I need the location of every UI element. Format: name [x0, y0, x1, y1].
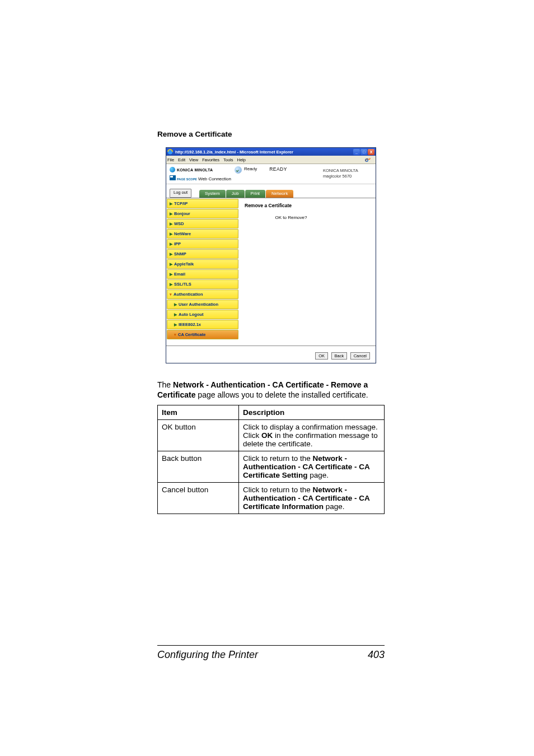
menu-edit[interactable]: Edit [178, 157, 185, 162]
nav-tcpip[interactable]: ▶TCP/IP [167, 199, 238, 208]
nav-label: AppleTalk [174, 262, 194, 267]
ok-button[interactable]: OK [315, 352, 328, 360]
nav-ca-certificate[interactable]: ▾CA Certificate [167, 330, 238, 339]
txt: Click to return to the [243, 486, 313, 494]
table-row: OK button Click to display a confirmatio… [158, 419, 385, 451]
table-row: Back button Click to return to the Netwo… [158, 451, 385, 482]
arrow-icon: ▶ [170, 212, 172, 216]
confirm-message: OK to Remove? [245, 215, 371, 220]
arrow-icon: ▶ [170, 232, 172, 236]
nav-label: User Authentication [179, 302, 218, 307]
nav-label: IPP [174, 241, 181, 246]
nav-label: NetWare [174, 231, 191, 236]
back-button[interactable]: Back [331, 352, 348, 360]
nav-label: TCP/IP [174, 201, 188, 206]
cell-item: OK button [158, 419, 239, 451]
cancel-button[interactable]: Cancel [350, 352, 370, 360]
ie-logo-icon [364, 156, 372, 163]
nav-netware[interactable]: ▶NetWare [167, 229, 238, 239]
main-tabs: System Job Print Network [199, 190, 294, 198]
nav-user-authentication[interactable]: ▶User Authentication [167, 300, 238, 309]
browser-window: http://192.168.1.2/a_index.html - Micros… [166, 147, 376, 363]
txt: page. [308, 471, 329, 479]
cell-desc: Click to display a confirmation message.… [239, 419, 385, 451]
nav-authentication[interactable]: ▾Authentication [167, 290, 238, 299]
ie-icon [167, 149, 173, 155]
cell-item: Cancel button [158, 482, 239, 514]
txt-bold: OK [261, 431, 273, 440]
window-titlebar: http://192.168.1.2/a_index.html - Micros… [166, 148, 376, 156]
nav-label: Email [174, 272, 185, 277]
nav-label: CA Certificate [178, 332, 205, 337]
arrow-icon: ▶ [174, 323, 177, 327]
nav-label: Authentication [174, 292, 203, 297]
window-title: http://192.168.1.2/a_index.html - Micros… [175, 150, 353, 155]
table-header-row: Item Description [158, 405, 385, 419]
printer-ready-icon [235, 166, 242, 174]
table-row: Cancel button Click to return to the Net… [158, 482, 385, 514]
tab-print[interactable]: Print [245, 190, 265, 198]
arrow-down-icon: ▾ [170, 292, 172, 297]
window-minimize-button[interactable]: _ [353, 149, 360, 155]
arrow-icon: ▶ [170, 262, 172, 267]
nav-label: WSD [174, 221, 184, 226]
arrow-icon: ▶ [170, 222, 172, 226]
content-pane: Remove a Certificate OK to Remove? [239, 198, 376, 346]
tab-system[interactable]: System [199, 190, 226, 198]
nav-auto-logout[interactable]: ▶Auto Logout [167, 310, 238, 319]
para-pre: The [157, 380, 173, 389]
arrow-icon: ▶ [170, 242, 172, 246]
nav-label: Bonjour [174, 211, 190, 216]
description-table: Item Description OK button Click to disp… [157, 405, 385, 514]
content-title: Remove a Certificate [245, 203, 371, 208]
printer-status: READY [269, 166, 287, 172]
page-footer: Configuring the Printer 403 [157, 645, 385, 661]
nav-wsd[interactable]: ▶WSD [167, 219, 238, 228]
col-description: Description [239, 405, 385, 419]
tab-job[interactable]: Job [226, 190, 245, 198]
header-model: magicolor 5670 [323, 174, 372, 179]
nav-ieee8021x[interactable]: ▶IEEE802.1x [167, 320, 238, 329]
nav-email[interactable]: ▶Email [167, 269, 238, 279]
nav-label: Auto Logout [179, 312, 204, 317]
nav-label: SSL/TLS [174, 282, 191, 287]
col-item: Item [158, 405, 239, 419]
menu-help[interactable]: Help [237, 157, 246, 162]
menu-favorites[interactable]: Favorites [202, 157, 219, 162]
menu-tools[interactable]: Tools [223, 157, 233, 162]
nav-ssltls[interactable]: ▶SSL/TLS [167, 279, 238, 289]
browser-menubar: File Edit View Favorites Tools Help [166, 156, 376, 164]
arrow-icon: ▶ [170, 282, 172, 287]
button-bar: OK Back Cancel [166, 346, 376, 363]
txt: Click to return to the [243, 454, 313, 463]
pagescope-label: PAGE SCOPE [177, 178, 197, 181]
app-header: KONICA MINOLTA PAGE SCOPE Web Connection… [166, 164, 376, 184]
sidebar-nav: ▶TCP/IP ▶Bonjour ▶WSD ▶NetWare ▶IPP ▶SNM… [166, 198, 239, 346]
arrow-icon: ▶ [170, 272, 172, 277]
webconnection-label: Web Connection [198, 176, 231, 181]
nav-bonjour[interactable]: ▶Bonjour [167, 209, 238, 218]
nav-label: IEEE802.1x [179, 322, 201, 327]
logout-button[interactable]: Log out [170, 189, 191, 198]
arrow-icon: ▶ [170, 252, 172, 256]
nav-appletalk[interactable]: ▶AppleTalk [167, 259, 238, 269]
ready-small-label: Ready [244, 166, 257, 171]
nav-label: SNMP [174, 251, 186, 256]
km-globe-icon [170, 167, 175, 172]
cell-item: Back button [158, 451, 239, 482]
brand-logo-text: KONICA MINOLTA [177, 168, 213, 172]
arrow-icon: ▶ [174, 312, 177, 317]
window-maximize-button[interactable]: □ [360, 149, 367, 155]
body-paragraph: The Network - Authentication - CA Certif… [157, 380, 385, 400]
pagescope-icon [170, 175, 176, 180]
menu-view[interactable]: View [189, 157, 198, 162]
section-heading: Remove a Certificate [157, 130, 385, 138]
menu-file[interactable]: File [167, 157, 174, 162]
arrow-down-icon: ▾ [174, 333, 176, 337]
cell-desc: Click to return to the Network - Authent… [239, 482, 385, 514]
window-close-button[interactable]: X [368, 149, 374, 155]
footer-page-number: 403 [368, 649, 385, 661]
tab-network[interactable]: Network [266, 190, 293, 198]
nav-snmp[interactable]: ▶SNMP [167, 249, 238, 259]
nav-ipp[interactable]: ▶IPP [167, 239, 238, 249]
